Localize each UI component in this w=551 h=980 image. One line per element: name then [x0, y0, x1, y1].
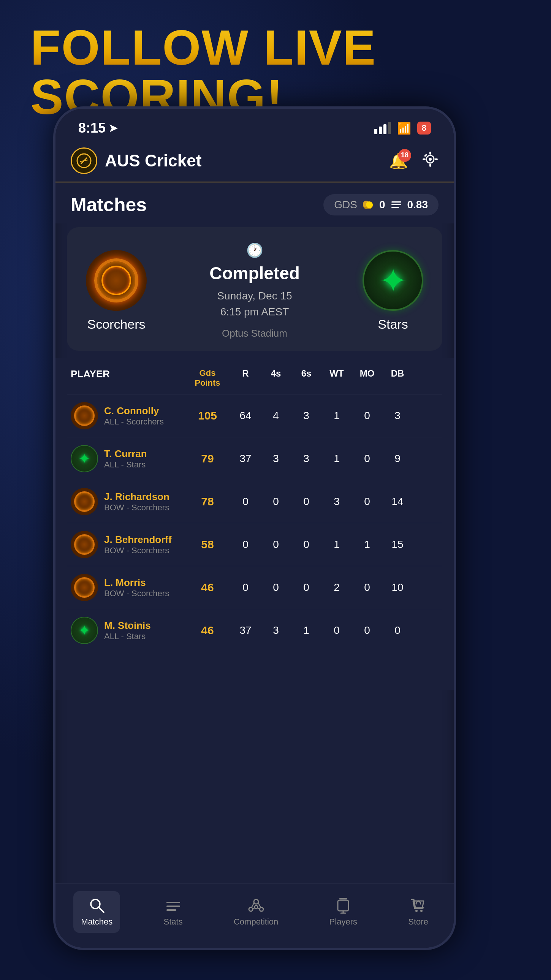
signal-icon: [374, 122, 391, 134]
player-avatar: [71, 402, 98, 430]
player-fours: 3: [261, 453, 291, 465]
svg-line-25: [252, 903, 254, 907]
status-bar: 8:15 ➤ 📶 8: [56, 109, 454, 140]
player-wt: 3: [322, 495, 352, 508]
player-role: BOW - Scorchers: [104, 546, 172, 555]
player-r: 0: [230, 581, 261, 593]
player-cell: L. Morris BOW - Scorchers: [71, 574, 185, 601]
player-cell: C. Connolly ALL - Scorchers: [71, 402, 185, 430]
player-db: 15: [382, 538, 413, 550]
search-icon: [89, 897, 105, 914]
table-row[interactable]: C. Connolly ALL - Scorchers 105 64 4 3 1…: [67, 395, 442, 438]
wifi-icon: 📶: [397, 122, 411, 135]
store-icon: [410, 897, 427, 914]
svg-rect-16: [392, 207, 399, 208]
svg-line-26: [258, 903, 261, 907]
svg-rect-6: [429, 164, 431, 167]
table-row[interactable]: L. Morris BOW - Scorchers 46 0 0 0 2 0 1…: [67, 566, 442, 609]
nav-matches[interactable]: Matches: [73, 891, 120, 933]
col-player: PLAYER: [71, 368, 185, 388]
col-sixes: 6s: [291, 368, 322, 388]
star-icon: ✦: [379, 261, 408, 301]
stars-logo: ✦: [363, 250, 423, 311]
app-logo: [71, 148, 97, 174]
svg-point-32: [415, 910, 417, 912]
table-row[interactable]: ✦ T. Curran ALL - Stars 79 37 3 3 1 0 9: [67, 438, 442, 480]
player-fours: 0: [261, 581, 291, 593]
svg-point-13: [366, 201, 373, 208]
cricket-logo-icon: [76, 153, 92, 168]
player-name: M. Stoinis: [104, 620, 151, 632]
player-avatar: ✦: [71, 617, 98, 644]
player-role: ALL - Scorchers: [104, 417, 164, 427]
notification-badge: 18: [398, 149, 411, 162]
player-mo: 0: [352, 581, 382, 593]
player-points: 46: [185, 624, 230, 637]
player-cell: ✦ M. Stoinis ALL - Stars: [71, 617, 185, 644]
bottom-navigation: Matches Stats: [56, 883, 454, 948]
clock-icon: 🕐: [246, 242, 263, 258]
player-info: T. Curran ALL - Stars: [104, 448, 147, 470]
match-card[interactable]: Scorchers 🕐 Completed Sunday, Dec 15 6:1…: [67, 227, 442, 351]
svg-rect-20: [166, 905, 180, 907]
player-info: L. Morris BOW - Scorchers: [104, 577, 169, 598]
team-scorchers: Scorchers: [78, 250, 154, 332]
settings-button[interactable]: [422, 151, 438, 171]
player-table: PLAYER Gds Points R 4s 6s WT MO DB C. Co…: [56, 358, 454, 690]
nav-store-label: Store: [408, 917, 428, 927]
player-role: BOW - Scorchers: [104, 503, 169, 512]
gds-badge: GDS 0 0.83: [323, 194, 438, 215]
app-header: AUS Cricket 🔔 18: [56, 140, 454, 182]
phone-mockup: 8:15 ➤ 📶 8: [53, 107, 456, 950]
table-row[interactable]: J. Behrendorff BOW - Scorchers 58 0 0 0 …: [67, 523, 442, 566]
table-row[interactable]: J. Richardson BOW - Scorchers 78 0 0 0 3…: [67, 480, 442, 523]
svg-point-27: [255, 905, 258, 908]
col-db: DB: [382, 368, 413, 388]
player-db: 3: [382, 410, 413, 422]
player-avatar: [71, 574, 98, 601]
player-db: 10: [382, 581, 413, 593]
stars-name: Stars: [378, 317, 408, 332]
player-r: 64: [230, 410, 261, 422]
player-info: M. Stoinis ALL - Stars: [104, 620, 151, 641]
status-time: 8:15 ➤: [78, 120, 118, 136]
player-cell: ✦ T. Curran ALL - Stars: [71, 445, 185, 473]
svg-rect-14: [392, 201, 401, 202]
scorchers-logo: [86, 250, 147, 311]
player-wt: 1: [322, 453, 352, 465]
player-info: J. Behrendorff BOW - Scorchers: [104, 534, 172, 555]
nav-store[interactable]: Store: [401, 891, 436, 933]
col-r: R: [230, 368, 261, 388]
player-name: J. Richardson: [104, 491, 169, 503]
player-name: C. Connolly: [104, 405, 164, 417]
svg-point-22: [254, 899, 258, 904]
player-name: L. Morris: [104, 577, 169, 589]
match-venue: Optus Stadium: [222, 328, 287, 339]
player-points: 46: [185, 581, 230, 594]
player-sixes: 3: [291, 410, 322, 422]
player-info: C. Connolly ALL - Scorchers: [104, 405, 164, 427]
player-db: 0: [382, 624, 413, 636]
player-sixes: 0: [291, 495, 322, 508]
players-icon: [335, 897, 352, 914]
team-stars: ✦ Stars: [355, 250, 431, 332]
player-mo: 0: [352, 495, 382, 508]
player-avatar: [71, 531, 98, 558]
nav-stats-label: Stats: [164, 917, 183, 927]
player-points: 79: [185, 452, 230, 465]
nav-competition[interactable]: Competition: [226, 891, 286, 933]
player-fours: 4: [261, 410, 291, 422]
player-name: T. Curran: [104, 448, 147, 460]
player-role: BOW - Scorchers: [104, 589, 169, 598]
nav-players[interactable]: Players: [322, 891, 365, 933]
nav-players-label: Players: [330, 917, 357, 927]
matches-title: Matches: [71, 194, 147, 216]
battery-indicator: 8: [417, 122, 431, 135]
table-row[interactable]: ✦ M. Stoinis ALL - Stars 46 37 3 1 0 0 0: [67, 609, 442, 652]
nav-stats[interactable]: Stats: [156, 891, 190, 933]
matches-header: Matches GDS 0 0.83: [56, 182, 454, 223]
notification-button[interactable]: 🔔 18: [389, 152, 408, 170]
player-mo: 0: [352, 453, 382, 465]
svg-rect-19: [166, 902, 180, 903]
svg-rect-7: [422, 159, 425, 160]
